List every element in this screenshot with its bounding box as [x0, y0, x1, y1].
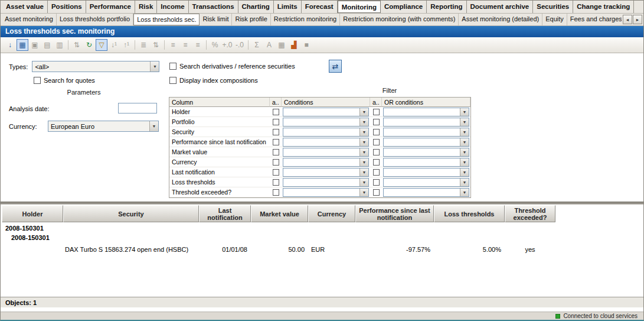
menu-tab-forecast[interactable]: Forecast [302, 1, 338, 13]
menu-tab-change-tracking[interactable]: Change tracking [573, 1, 634, 13]
filter-or-checkbox[interactable] [373, 119, 380, 125]
results-group-row[interactable]: 2008-150301 [2, 223, 643, 233]
toolbar-icon-outline[interactable]: ≣ [138, 39, 149, 51]
filter-or-conditions-dropdown[interactable] [383, 168, 469, 177]
toolbar-icon-transfer[interactable]: ⇅ [71, 39, 83, 51]
filter-and-checkbox[interactable] [273, 179, 279, 186]
filter-or-conditions-dropdown[interactable] [383, 118, 469, 127]
results-subgroup-row[interactable]: 2008-150301 [2, 233, 643, 242]
filter-or-checkbox[interactable] [373, 189, 380, 196]
filter-or-checkbox[interactable] [373, 169, 380, 176]
sub-tab-restriction-monitoring-comments[interactable]: Restriction monitoring (with comments) [340, 14, 459, 25]
filter-or-conditions-dropdown[interactable] [383, 178, 469, 187]
tab-scroll-right-button[interactable]: ► [633, 15, 642, 24]
toolbar-icon-percent[interactable]: % [209, 39, 221, 51]
toolbar-icon-table-design[interactable]: ▦ [17, 39, 28, 51]
menu-tab-compliance[interactable]: Compliance [381, 1, 427, 13]
filter-conditions-dropdown[interactable] [283, 188, 369, 197]
filter-or-conditions-dropdown[interactable] [383, 128, 469, 137]
filter-or-checkbox[interactable] [373, 179, 380, 186]
toolbar-icon-sort-alpha[interactable]: ⇅ [150, 39, 162, 51]
toolbar-icon-refresh[interactable]: ↻ [83, 39, 95, 51]
filter-and-checkbox[interactable] [273, 169, 279, 176]
results-column-header[interactable]: Threshold exceeded? [505, 205, 555, 222]
filter-conditions-dropdown[interactable] [283, 128, 369, 137]
results-column-header[interactable]: Loss thresholds [434, 205, 505, 222]
toolbar-icon-print[interactable]: ▥ [54, 39, 66, 51]
sub-tab-fees-and-charges[interactable]: Fees and charges [567, 14, 622, 25]
search-quotes-checkbox[interactable] [34, 77, 41, 84]
filter-conditions-dropdown[interactable] [283, 168, 369, 177]
sub-tab-risk-profile[interactable]: Risk profile [232, 14, 270, 25]
results-column-header[interactable]: Security [63, 205, 199, 222]
filter-or-conditions-dropdown[interactable] [383, 188, 469, 197]
filter-and-checkbox[interactable] [273, 159, 279, 166]
toolbar-icon-copy[interactable]: ▣ [29, 39, 41, 51]
filter-or-checkbox[interactable] [373, 159, 380, 166]
filter-conditions-dropdown[interactable] [283, 138, 369, 147]
toolbar-icon-save[interactable]: ▤ [41, 39, 53, 51]
menu-tab-positions[interactable]: Positions [48, 1, 86, 13]
menu-tab-risk[interactable]: Risk [135, 1, 157, 13]
filter-conditions-dropdown[interactable] [283, 108, 369, 116]
filter-or-conditions-dropdown[interactable] [383, 158, 469, 167]
horizontal-splitter[interactable] [1, 202, 643, 205]
filter-and-checkbox[interactable] [273, 129, 279, 135]
toolbar-icon-grid[interactable]: ▦ [276, 39, 287, 51]
search-derivatives-checkbox[interactable] [169, 63, 176, 70]
filter-conditions-dropdown[interactable] [283, 178, 369, 187]
menu-tab-limits[interactable]: Limits [274, 1, 302, 13]
sub-tab-asset-monitoring[interactable]: Asset monitoring [2, 14, 57, 25]
filter-and-checkbox[interactable] [273, 109, 279, 115]
results-column-header[interactable]: Holder [2, 205, 63, 222]
currency-dropdown[interactable]: European Euro [48, 121, 159, 132]
filter-conditions-dropdown[interactable] [283, 148, 369, 157]
filter-or-conditions-dropdown[interactable] [383, 148, 469, 157]
toolbar-icon-filter[interactable]: ▽ [96, 39, 107, 51]
results-column-header[interactable]: Performance since last notification [355, 205, 434, 222]
filter-and-checkbox[interactable] [273, 149, 279, 155]
filter-or-checkbox[interactable] [373, 129, 380, 135]
menu-tab-monitoring[interactable]: Monitoring [338, 1, 381, 13]
filter-and-checkbox[interactable] [273, 139, 279, 145]
menu-tab-reporting[interactable]: Reporting [427, 1, 466, 13]
toolbar-icon-subtotal[interactable]: Σ [251, 39, 263, 51]
menu-tab-charting[interactable]: Charting [238, 1, 274, 13]
results-column-header[interactable]: Market value [251, 205, 308, 222]
filter-or-checkbox[interactable] [373, 149, 380, 155]
filter-or-checkbox[interactable] [373, 109, 380, 115]
sub-tab-restriction-monitoring[interactable]: Restriction monitoring [271, 14, 340, 25]
filter-or-conditions-dropdown[interactable] [383, 108, 469, 116]
filter-and-checkbox[interactable] [273, 189, 279, 196]
menu-tab-performance[interactable]: Performance [86, 1, 135, 13]
results-data-row[interactable]: DAX Turbo S 15863.274 open end (HSBC) 01… [2, 245, 643, 254]
menu-tab-asset-value[interactable]: Asset value [2, 1, 48, 13]
toolbar-icon-load-table[interactable]: ↓ [4, 39, 16, 51]
toolbar-icon-sort-desc[interactable]: ↓¹ [108, 39, 120, 51]
refresh-search-button[interactable]: ⇄ [329, 60, 342, 73]
filter-or-conditions-dropdown[interactable] [383, 138, 469, 147]
toolbar-icon-align-center[interactable]: ≡ [179, 39, 191, 51]
filter-or-checkbox[interactable] [373, 139, 380, 145]
toolbar-icon-add-decimal[interactable]: +.0 [221, 39, 233, 51]
toolbar-icon-chart[interactable]: ▟ [288, 39, 300, 51]
menu-tab-transactions[interactable]: Transactions [189, 1, 238, 13]
toolbar-icon-sort-asc[interactable]: ↑¹ [120, 39, 132, 51]
sub-tab-risk-limit[interactable]: Risk limit [200, 14, 232, 25]
filter-and-checkbox[interactable] [273, 119, 279, 125]
results-column-header[interactable]: Currency [308, 205, 355, 222]
tab-scroll-left-button[interactable]: ◄ [623, 15, 632, 24]
toolbar-icon-remove-decimal[interactable]: -.0 [234, 39, 246, 51]
menu-tab-income[interactable]: Income [157, 1, 188, 13]
toolbar-icon-font[interactable]: A [263, 39, 275, 51]
analysis-date-input[interactable] [118, 103, 157, 114]
menu-tab-document-archive[interactable]: Document archive [467, 1, 534, 13]
display-index-checkbox[interactable] [169, 77, 176, 84]
results-column-header[interactable]: Last notification [199, 205, 251, 222]
toolbar-icon-align-right[interactable]: ≡ [192, 39, 204, 51]
sub-tab-asset-monitoring-detailed[interactable]: Asset monitoring (detailed) [459, 14, 542, 25]
toolbar-icon-align-left[interactable]: ≡ [167, 39, 179, 51]
types-dropdown[interactable]: <all> [32, 61, 159, 72]
sub-tab-equity[interactable]: Equity [542, 14, 567, 25]
menu-tab-securities[interactable]: Securities [533, 1, 573, 13]
